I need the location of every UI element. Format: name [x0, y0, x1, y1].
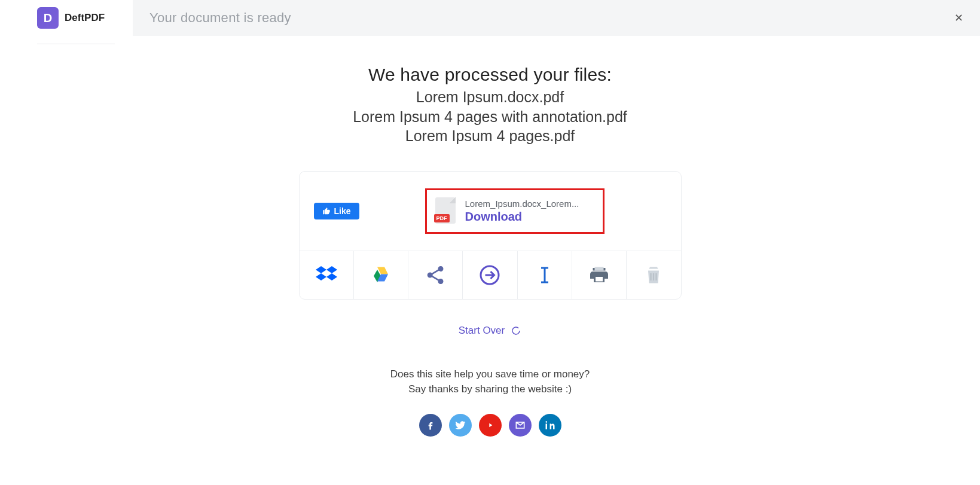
pdf-badge: PDF	[434, 214, 450, 222]
facebook-icon	[425, 419, 436, 431]
share-icon	[425, 264, 446, 286]
processed-file: Lorem Ipsum 4 pages.pdf	[0, 126, 980, 146]
like-button[interactable]: Like	[314, 203, 359, 219]
twitter-share[interactable]	[449, 414, 472, 437]
thanks-text: Does this site help you save time or mon…	[0, 367, 980, 397]
continue-arrow-icon	[479, 264, 500, 286]
action-row	[300, 251, 681, 299]
dropbox-button[interactable]	[300, 251, 354, 299]
processed-file: Lorem Ipsum.docx.pdf	[0, 87, 980, 107]
google-drive-button[interactable]	[354, 251, 408, 299]
header-bar: D DeftPDF Your document is ready ✕	[0, 0, 980, 36]
brand-logo[interactable]: D DeftPDF	[0, 0, 133, 36]
processed-file-list: Lorem Ipsum.docx.pdf Lorem Ipsum 4 pages…	[0, 87, 980, 146]
google-drive-icon	[370, 264, 392, 286]
result-card: Like PDF Lorem_Ipsum.docx_Lorem... Downl…	[299, 171, 682, 300]
dropbox-icon	[316, 264, 337, 286]
download-label: Download	[465, 209, 579, 224]
twitter-icon	[454, 419, 466, 431]
start-over-link[interactable]: Start Over	[459, 325, 521, 337]
processed-file: Lorem Ipsum 4 pages with annotation.pdf	[0, 107, 980, 127]
tab-underline	[37, 44, 115, 44]
svg-rect-1	[595, 267, 604, 270]
social-row	[0, 414, 980, 437]
main-content: We have processed your files: Lorem Ipsu…	[0, 36, 980, 437]
processed-heading: We have processed your files:	[0, 65, 980, 85]
email-share[interactable]	[509, 414, 532, 437]
download-filename: Lorem_Ipsum.docx_Lorem...	[465, 199, 579, 209]
thanks-line1: Does this site help you save time or mon…	[0, 367, 980, 382]
continue-button[interactable]	[463, 251, 517, 299]
brand-name: DeftPDF	[65, 12, 105, 24]
print-icon	[588, 264, 610, 286]
download-box[interactable]: PDF Lorem_Ipsum.docx_Lorem... Download	[425, 188, 605, 234]
page-title: Your document is ready	[149, 10, 291, 26]
thumbs-up-icon	[322, 207, 331, 215]
start-over-label: Start Over	[459, 325, 505, 337]
refresh-icon	[511, 325, 521, 336]
card-top-row: Like PDF Lorem_Ipsum.docx_Lorem... Downl…	[300, 172, 681, 251]
like-label: Like	[334, 206, 351, 216]
linkedin-share[interactable]	[539, 414, 561, 437]
print-button[interactable]	[572, 251, 627, 299]
youtube-icon	[484, 419, 496, 431]
share-button[interactable]	[408, 251, 463, 299]
trash-icon	[643, 264, 664, 286]
linkedin-icon	[544, 419, 556, 431]
email-icon	[514, 419, 526, 431]
close-button[interactable]: ✕	[950, 9, 968, 27]
logo-icon: D	[37, 7, 59, 29]
pdf-file-icon: PDF	[435, 197, 457, 225]
facebook-share[interactable]	[419, 414, 442, 437]
rename-button[interactable]	[518, 251, 572, 299]
rename-icon	[534, 264, 555, 286]
delete-button[interactable]	[627, 251, 680, 299]
thanks-line2: Say thanks by sharing the website :)	[0, 382, 980, 397]
youtube-share[interactable]	[479, 414, 502, 437]
